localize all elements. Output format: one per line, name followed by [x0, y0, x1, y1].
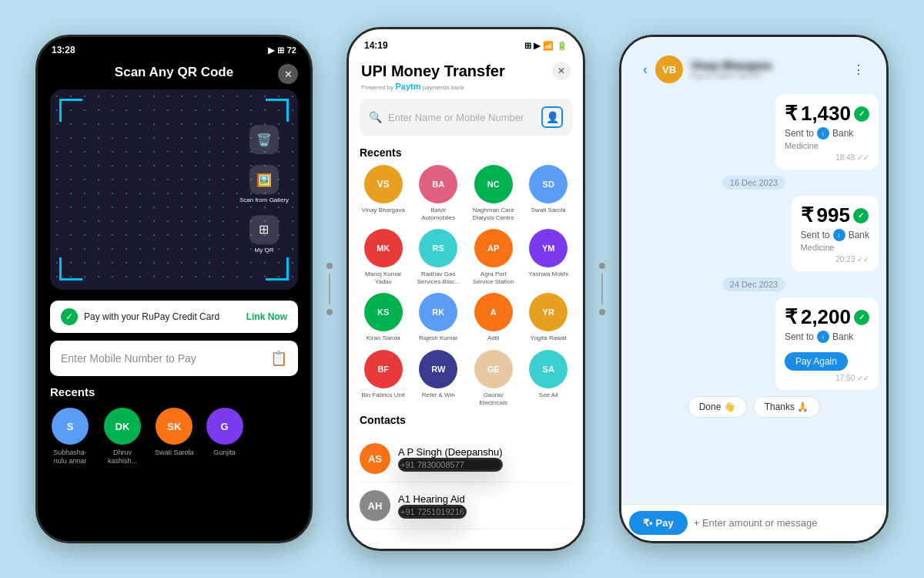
- quick-replies: Done 👋 Thanks 🙏: [629, 396, 879, 418]
- contact-name: Swati Sarola: [531, 207, 566, 214]
- connector-1: [326, 263, 333, 315]
- contact-item[interactable]: SA See All: [525, 350, 573, 406]
- search-placeholder: Enter Name or Mobile Number: [388, 112, 524, 123]
- contact-name: See All: [539, 391, 558, 399]
- contact-item[interactable]: KS Kiran Sarola: [360, 293, 407, 342]
- transaction-bubble-1: ₹1,430 ✓ Sent to i Bank Medicine 18:48 ✓…: [775, 94, 879, 170]
- contact-item[interactable]: RK Rajesh Kumar: [415, 293, 463, 342]
- signal-icon: ▶: [268, 45, 274, 55]
- contact-name-2: A1 Hearing Aid: [398, 493, 467, 505]
- contact-item[interactable]: VS Vinay Bhargava: [360, 165, 407, 221]
- wifi-icon-2: 📶: [543, 41, 554, 51]
- battery-icon: 72: [287, 45, 296, 55]
- contact-name-1: A P Singh (Deepanshu): [398, 446, 503, 458]
- back-button[interactable]: ‹: [643, 62, 648, 78]
- contact-item[interactable]: RS Radhav Gas Services-Bloc...: [415, 229, 463, 285]
- recent-item[interactable]: SK Swati Sarola: [155, 408, 194, 465]
- bank-icon: i: [817, 331, 829, 343]
- contact-name: Gaurav Electricals: [470, 391, 517, 406]
- contacts-title: Contacts: [349, 411, 583, 432]
- rupay-banner: ✓ Pay with your RuPay Credit Card Link N…: [50, 301, 298, 333]
- delete-icon[interactable]: 🗑️: [249, 125, 279, 154]
- search-row[interactable]: 🔍 Enter Name or Mobile Number 👤: [360, 99, 572, 136]
- contact-item[interactable]: SD Swati Sarola: [525, 165, 573, 221]
- sent-label-3: Sent to i Bank: [785, 331, 869, 343]
- quick-reply-thanks[interactable]: Thanks 🙏: [753, 396, 821, 418]
- battery-icon-2: 🔋: [557, 41, 567, 51]
- quick-reply-done[interactable]: Done 👋: [688, 396, 747, 418]
- chat-avatar: VB: [655, 55, 683, 83]
- avatar: BF: [364, 350, 403, 388]
- contact-name: Naghman Care Dialysis Centre: [470, 207, 517, 221]
- contact-item[interactable]: YR Yogita Rawat: [525, 293, 573, 342]
- contact-name: Aditi: [487, 334, 500, 342]
- verified-icon: ✓: [853, 208, 869, 223]
- upi-close-button[interactable]: ✕: [552, 62, 571, 80]
- avatar: SA: [529, 350, 567, 388]
- pay-again-button[interactable]: Pay Again: [785, 352, 848, 371]
- message-input[interactable]: [694, 517, 879, 529]
- contact-item[interactable]: BF Bin Fabrics Unit: [360, 350, 407, 406]
- avatar: YR: [529, 293, 567, 331]
- upi-title-section: UPI Money Transfer Powered by Paytm paym…: [361, 62, 505, 91]
- mobile-input-placeholder: Enter Mobile Number to Pay: [61, 352, 196, 365]
- chat-header: ‹ VB Vinay Bhargava Pay & collect via UP…: [632, 48, 875, 88]
- chat-messages: ₹1,430 ✓ Sent to i Bank Medicine 18:48 ✓…: [621, 88, 886, 504]
- rupay-left: ✓ Pay with your RuPay Credit Card: [61, 308, 219, 325]
- contact-phone-2: +91 7251019216: [398, 505, 467, 519]
- contact-name: Agra Port Service Station: [470, 271, 517, 285]
- chat-name: Vinay Bhargava: [691, 59, 845, 72]
- contact-item[interactable]: RW Refer & Win: [415, 350, 463, 406]
- contacts-section: AS A P Singh (Deepanshu) +91 7830008577 …: [349, 432, 583, 529]
- transaction-amount-3: ₹2,200 ✓: [785, 305, 869, 329]
- pay-btn-icon: ₹•: [643, 517, 653, 529]
- gallery-label: Scan from Gallery: [239, 197, 289, 204]
- avatar: S: [52, 408, 89, 445]
- contacts-icon: 📋: [270, 350, 287, 367]
- paytm-logo-text: Paytm: [395, 82, 420, 91]
- my-qr-label: My QR: [255, 247, 274, 254]
- contact-row[interactable]: AS A P Singh (Deepanshu) +91 7830008577: [360, 435, 572, 482]
- contact-item[interactable]: AP Agra Port Service Station: [470, 229, 517, 285]
- gallery-icon[interactable]: 🖼️: [249, 165, 279, 194]
- contact-item[interactable]: GE Gaurav Electricals: [470, 350, 517, 406]
- contact-info: A1 Hearing Aid +91 7251019216: [398, 493, 467, 519]
- contacts-icon[interactable]: 👤: [541, 106, 563, 128]
- contact-item[interactable]: YM Yashwa Mokhi: [525, 229, 573, 285]
- date-divider-2: 24 Dec 2023: [722, 277, 785, 291]
- recent-item[interactable]: DK Dhruv kashish...: [102, 408, 142, 465]
- avatar: SK: [156, 408, 192, 445]
- contact-item[interactable]: MK Manoj Kumar Yadav: [360, 229, 407, 285]
- qr-close-button[interactable]: ✕: [278, 64, 298, 84]
- contact-item[interactable]: A Aditi: [470, 293, 517, 342]
- my-qr-icon[interactable]: ⊞: [249, 215, 279, 244]
- status-bar-1: 13:28 ▶ ⊞ 72: [38, 37, 310, 59]
- status-time-1: 13:28: [52, 45, 75, 55]
- rupay-link-button[interactable]: Link Now: [246, 311, 287, 322]
- avatar: AP: [474, 229, 513, 267]
- avatar: MK: [364, 229, 403, 267]
- connector-2: [599, 263, 605, 315]
- contact-item[interactable]: NC Naghman Care Dialysis Centre: [470, 165, 517, 221]
- pay-button[interactable]: ₹• Pay: [629, 511, 688, 535]
- mobile-number-input[interactable]: Enter Mobile Number to Pay 📋: [50, 341, 298, 376]
- recent-item[interactable]: S Subhasha-nulu annar: [50, 408, 90, 465]
- qr-corner-tl: [59, 99, 82, 122]
- recent-item[interactable]: G Gunjita: [206, 408, 243, 465]
- qr-corner-tr: [266, 99, 289, 122]
- chat-menu-icon[interactable]: ⋮: [852, 62, 865, 77]
- contact-name: Kiran Sarola: [367, 334, 400, 342]
- contact-row[interactable]: AH A1 Hearing Aid +91 7251019216: [360, 482, 572, 529]
- avatar: GE: [474, 350, 513, 388]
- transaction-amount-1: ₹1,430 ✓: [785, 102, 869, 126]
- search-left: 🔍 Enter Name or Mobile Number: [369, 111, 535, 123]
- recents-title-1: Recents: [50, 385, 298, 398]
- contact-name: Rajesh Kumar: [419, 334, 458, 342]
- qr-header: Scan Any QR Code ✕: [38, 59, 310, 89]
- recents-grid: VS Vinay Bhargava BA Balvir Automobiles …: [349, 165, 583, 411]
- signal-icon-2: ⊞ ▶: [524, 41, 540, 51]
- bank-icon: i: [833, 229, 845, 241]
- avatar: SD: [529, 165, 567, 203]
- contact-item[interactable]: BA Balvir Automobiles: [415, 165, 463, 221]
- contact-info: A P Singh (Deepanshu) +91 7830008577: [398, 446, 503, 472]
